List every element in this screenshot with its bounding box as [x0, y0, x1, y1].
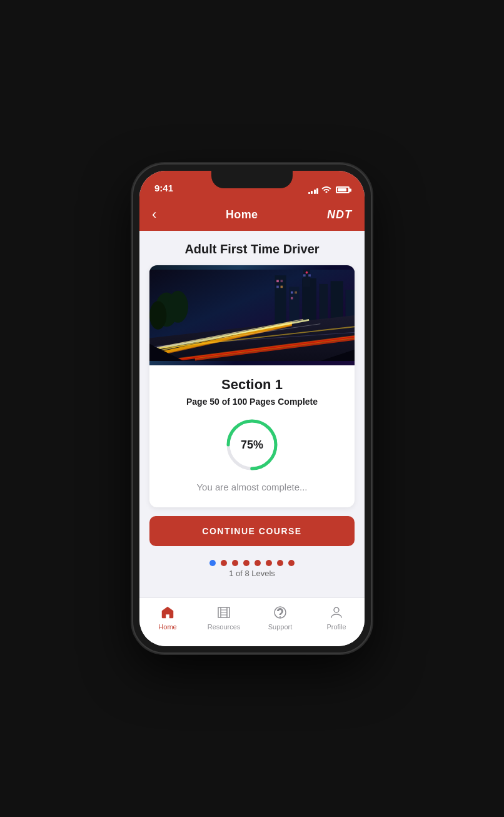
tab-resources[interactable]: Resources [196, 604, 252, 631]
nav-brand: NDT [327, 208, 352, 221]
svg-rect-16 [303, 274, 306, 277]
tab-profile[interactable]: Profile [308, 604, 365, 631]
svg-rect-7 [276, 280, 279, 283]
level-dots [209, 560, 295, 566]
battery-icon [336, 186, 350, 193]
dot-7[interactable] [277, 560, 283, 566]
notch [211, 171, 293, 188]
status-time: 9:41 [154, 183, 173, 195]
svg-rect-11 [291, 292, 293, 294]
course-info: Section 1 Page 50 of 100 Pages Complete … [149, 365, 355, 507]
svg-rect-12 [295, 292, 297, 294]
course-card: Section 1 Page 50 of 100 Pages Complete … [149, 265, 355, 507]
dot-2[interactable] [221, 560, 227, 566]
home-icon [159, 604, 176, 621]
page-title: Adult First Time Driver [174, 231, 329, 265]
almost-complete-text: You are almost complete... [162, 482, 342, 492]
wifi-icon [321, 185, 331, 195]
dot-5[interactable] [255, 560, 261, 566]
svg-point-33 [168, 291, 188, 323]
navigation-bar: ‹ Home NDT [139, 198, 365, 231]
dot-3[interactable] [232, 560, 238, 566]
resources-icon [216, 604, 232, 621]
tab-home-label: Home [158, 623, 176, 631]
continue-course-button[interactable]: CONTINUE COURSE [149, 516, 355, 546]
svg-point-40 [334, 607, 339, 612]
tab-support-label: Support [268, 623, 293, 631]
svg-point-39 [280, 616, 281, 617]
support-icon [272, 604, 288, 621]
dot-6[interactable] [266, 560, 272, 566]
phone-frame: 9:41 ‹ Home [133, 165, 371, 652]
dot-8[interactable] [288, 560, 295, 566]
svg-rect-10 [281, 286, 283, 288]
profile-icon [328, 604, 345, 621]
signal-icon [308, 186, 319, 194]
svg-rect-13 [291, 297, 293, 300]
progress-circle: 75% [224, 417, 280, 473]
dot-4[interactable] [243, 560, 249, 566]
progress-circle-container: 75% [162, 417, 342, 473]
tab-support[interactable]: Support [252, 604, 308, 631]
svg-point-32 [149, 301, 166, 330]
svg-point-15 [306, 271, 308, 274]
back-button[interactable]: ‹ [152, 206, 156, 223]
main-content: Adult First Time Driver [139, 231, 365, 597]
svg-rect-17 [308, 274, 311, 277]
tab-bar: Home Resources [139, 597, 365, 646]
pages-complete: Page 50 of 100 Pages Complete [162, 397, 342, 407]
levels-label: 1 of 8 Levels [229, 569, 275, 578]
status-icons [308, 185, 350, 195]
tab-resources-label: Resources [208, 623, 241, 631]
progress-text: 75% [241, 439, 263, 452]
svg-rect-8 [281, 280, 283, 283]
tab-home[interactable]: Home [139, 604, 196, 631]
nav-title: Home [226, 208, 258, 221]
phone-screen: 9:41 ‹ Home [139, 171, 365, 646]
tab-profile-label: Profile [326, 623, 346, 631]
dot-1[interactable] [209, 560, 216, 566]
svg-rect-9 [276, 286, 279, 288]
section-title: Section 1 [162, 377, 342, 393]
course-image [149, 265, 355, 365]
